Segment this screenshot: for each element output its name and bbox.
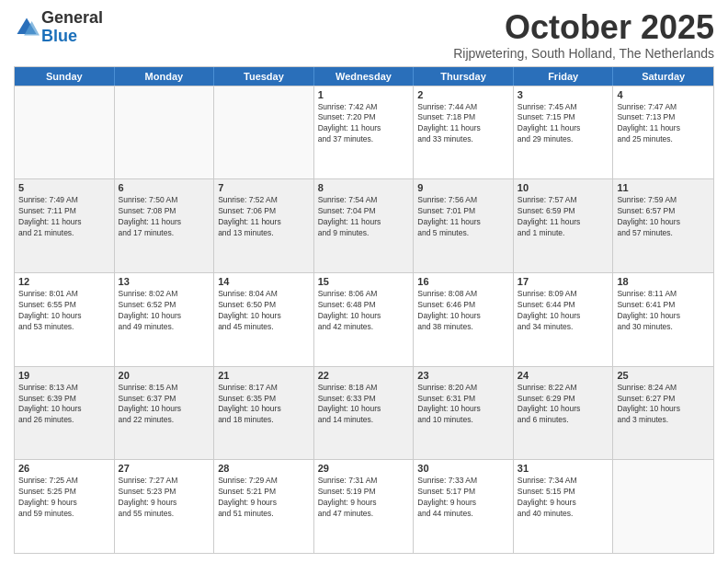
day-cell-12: 12Sunrise: 8:01 AM Sunset: 6:55 PM Dayli…: [15, 273, 115, 366]
day-cell-20: 20Sunrise: 8:15 AM Sunset: 6:37 PM Dayli…: [115, 367, 215, 460]
title-section: October 2025 Rijpwetering, South Holland…: [453, 9, 714, 61]
day-number-29: 29: [318, 463, 410, 474]
day-cell-30: 30Sunrise: 7:33 AM Sunset: 5:17 PM Dayli…: [414, 460, 514, 553]
day-cell-29: 29Sunrise: 7:31 AM Sunset: 5:19 PM Dayli…: [314, 460, 415, 553]
week-row-5: 26Sunrise: 7:25 AM Sunset: 5:25 PM Dayli…: [15, 459, 713, 553]
day-content-25: Sunrise: 8:24 AM Sunset: 6:27 PM Dayligh…: [617, 383, 710, 427]
day-cell-14: 14Sunrise: 8:04 AM Sunset: 6:50 PM Dayli…: [214, 273, 314, 366]
empty-cell-w0-0: [15, 86, 115, 179]
day-number-31: 31: [518, 463, 609, 474]
day-number-9: 9: [417, 182, 509, 193]
day-content-8: Sunrise: 7:54 AM Sunset: 7:04 PM Dayligh…: [318, 195, 410, 239]
day-content-15: Sunrise: 8:06 AM Sunset: 6:48 PM Dayligh…: [318, 289, 410, 333]
day-content-1: Sunrise: 7:42 AM Sunset: 7:20 PM Dayligh…: [318, 102, 410, 146]
day-content-3: Sunrise: 7:45 AM Sunset: 7:15 PM Dayligh…: [518, 102, 609, 146]
day-cell-26: 26Sunrise: 7:25 AM Sunset: 5:25 PM Dayli…: [15, 460, 115, 553]
location-title: Rijpwetering, South Holland, The Netherl…: [453, 46, 714, 61]
day-content-13: Sunrise: 8:02 AM Sunset: 6:52 PM Dayligh…: [119, 289, 210, 333]
day-content-18: Sunrise: 8:11 AM Sunset: 6:41 PM Dayligh…: [617, 289, 710, 333]
day-content-19: Sunrise: 8:13 AM Sunset: 6:39 PM Dayligh…: [18, 383, 110, 427]
day-number-15: 15: [318, 276, 410, 287]
day-cell-15: 15Sunrise: 8:06 AM Sunset: 6:48 PM Dayli…: [314, 273, 415, 366]
day-number-25: 25: [617, 370, 710, 381]
header-wednesday: Wednesday: [314, 67, 415, 86]
day-number-2: 2: [417, 89, 509, 100]
day-cell-22: 22Sunrise: 8:18 AM Sunset: 6:33 PM Dayli…: [314, 367, 415, 460]
day-number-8: 8: [318, 182, 410, 193]
day-number-20: 20: [119, 370, 210, 381]
day-number-27: 27: [119, 463, 210, 474]
day-content-16: Sunrise: 8:08 AM Sunset: 6:46 PM Dayligh…: [417, 289, 509, 333]
day-number-3: 3: [518, 89, 609, 100]
day-content-23: Sunrise: 8:20 AM Sunset: 6:31 PM Dayligh…: [417, 383, 509, 427]
header: General Blue October 2025 Rijpwetering, …: [14, 9, 714, 61]
day-content-22: Sunrise: 8:18 AM Sunset: 6:33 PM Dayligh…: [318, 383, 410, 427]
day-content-10: Sunrise: 7:57 AM Sunset: 6:59 PM Dayligh…: [518, 195, 609, 239]
day-number-17: 17: [518, 276, 609, 287]
day-content-20: Sunrise: 8:15 AM Sunset: 6:37 PM Dayligh…: [119, 383, 210, 427]
day-number-4: 4: [617, 89, 710, 100]
header-thursday: Thursday: [414, 67, 514, 86]
week-row-2: 5Sunrise: 7:49 AM Sunset: 7:11 PM Daylig…: [15, 178, 713, 272]
day-cell-28: 28Sunrise: 7:29 AM Sunset: 5:21 PM Dayli…: [214, 460, 314, 553]
logo-blue-text: Blue: [41, 27, 77, 45]
day-number-1: 1: [318, 89, 410, 100]
day-content-11: Sunrise: 7:59 AM Sunset: 6:57 PM Dayligh…: [617, 195, 710, 239]
logo-general-text: General: [41, 8, 103, 27]
day-content-27: Sunrise: 7:27 AM Sunset: 5:23 PM Dayligh…: [119, 476, 210, 520]
day-cell-11: 11Sunrise: 7:59 AM Sunset: 6:57 PM Dayli…: [613, 179, 713, 272]
day-content-24: Sunrise: 8:22 AM Sunset: 6:29 PM Dayligh…: [518, 383, 609, 427]
day-number-24: 24: [518, 370, 609, 381]
day-number-18: 18: [617, 276, 710, 287]
day-number-13: 13: [119, 276, 210, 287]
header-saturday: Saturday: [613, 67, 713, 86]
day-cell-13: 13Sunrise: 8:02 AM Sunset: 6:52 PM Dayli…: [115, 273, 215, 366]
header-friday: Friday: [514, 67, 614, 86]
day-cell-24: 24Sunrise: 8:22 AM Sunset: 6:29 PM Dayli…: [514, 367, 614, 460]
day-cell-27: 27Sunrise: 7:27 AM Sunset: 5:23 PM Dayli…: [115, 460, 215, 553]
day-content-5: Sunrise: 7:49 AM Sunset: 7:11 PM Dayligh…: [18, 195, 110, 239]
day-cell-25: 25Sunrise: 8:24 AM Sunset: 6:27 PM Dayli…: [613, 367, 713, 460]
day-number-26: 26: [18, 463, 110, 474]
day-cell-5: 5Sunrise: 7:49 AM Sunset: 7:11 PM Daylig…: [15, 179, 115, 272]
day-content-2: Sunrise: 7:44 AM Sunset: 7:18 PM Dayligh…: [417, 102, 509, 146]
day-number-10: 10: [518, 182, 609, 193]
day-content-12: Sunrise: 8:01 AM Sunset: 6:55 PM Dayligh…: [18, 289, 110, 333]
day-number-30: 30: [417, 463, 509, 474]
day-content-26: Sunrise: 7:25 AM Sunset: 5:25 PM Dayligh…: [18, 476, 110, 520]
calendar: Sunday Monday Tuesday Wednesday Thursday…: [14, 66, 714, 554]
day-cell-6: 6Sunrise: 7:50 AM Sunset: 7:08 PM Daylig…: [115, 179, 215, 272]
logo: General Blue: [14, 9, 103, 46]
day-cell-31: 31Sunrise: 7:34 AM Sunset: 5:15 PM Dayli…: [514, 460, 614, 553]
page: General Blue October 2025 Rijpwetering, …: [0, 0, 728, 563]
week-row-1: 1Sunrise: 7:42 AM Sunset: 7:20 PM Daylig…: [15, 86, 713, 179]
day-number-12: 12: [18, 276, 110, 287]
day-number-14: 14: [218, 276, 310, 287]
day-cell-18: 18Sunrise: 8:11 AM Sunset: 6:41 PM Dayli…: [613, 273, 713, 366]
logo-icon: [14, 15, 40, 40]
day-cell-1: 1Sunrise: 7:42 AM Sunset: 7:20 PM Daylig…: [314, 86, 415, 179]
day-content-29: Sunrise: 7:31 AM Sunset: 5:19 PM Dayligh…: [318, 476, 410, 520]
week-row-4: 19Sunrise: 8:13 AM Sunset: 6:39 PM Dayli…: [15, 366, 713, 460]
day-number-6: 6: [119, 182, 210, 193]
day-number-11: 11: [617, 182, 710, 193]
day-content-21: Sunrise: 8:17 AM Sunset: 6:35 PM Dayligh…: [218, 383, 310, 427]
day-cell-23: 23Sunrise: 8:20 AM Sunset: 6:31 PM Dayli…: [414, 367, 514, 460]
day-cell-10: 10Sunrise: 7:57 AM Sunset: 6:59 PM Dayli…: [514, 179, 614, 272]
day-content-9: Sunrise: 7:56 AM Sunset: 7:01 PM Dayligh…: [417, 195, 509, 239]
day-number-28: 28: [218, 463, 310, 474]
header-sunday: Sunday: [15, 67, 115, 86]
empty-cell-w0-1: [115, 86, 215, 179]
day-content-30: Sunrise: 7:33 AM Sunset: 5:17 PM Dayligh…: [417, 476, 509, 520]
day-number-5: 5: [18, 182, 110, 193]
day-content-14: Sunrise: 8:04 AM Sunset: 6:50 PM Dayligh…: [218, 289, 310, 333]
day-cell-7: 7Sunrise: 7:52 AM Sunset: 7:06 PM Daylig…: [214, 179, 314, 272]
day-cell-4: 4Sunrise: 7:47 AM Sunset: 7:13 PM Daylig…: [613, 86, 713, 179]
logo-text: General Blue: [41, 9, 103, 46]
empty-cell-w0-2: [214, 86, 314, 179]
day-cell-21: 21Sunrise: 8:17 AM Sunset: 6:35 PM Dayli…: [214, 367, 314, 460]
day-number-21: 21: [218, 370, 310, 381]
day-cell-2: 2Sunrise: 7:44 AM Sunset: 7:18 PM Daylig…: [414, 86, 514, 179]
week-row-3: 12Sunrise: 8:01 AM Sunset: 6:55 PM Dayli…: [15, 272, 713, 366]
day-content-28: Sunrise: 7:29 AM Sunset: 5:21 PM Dayligh…: [218, 476, 310, 520]
